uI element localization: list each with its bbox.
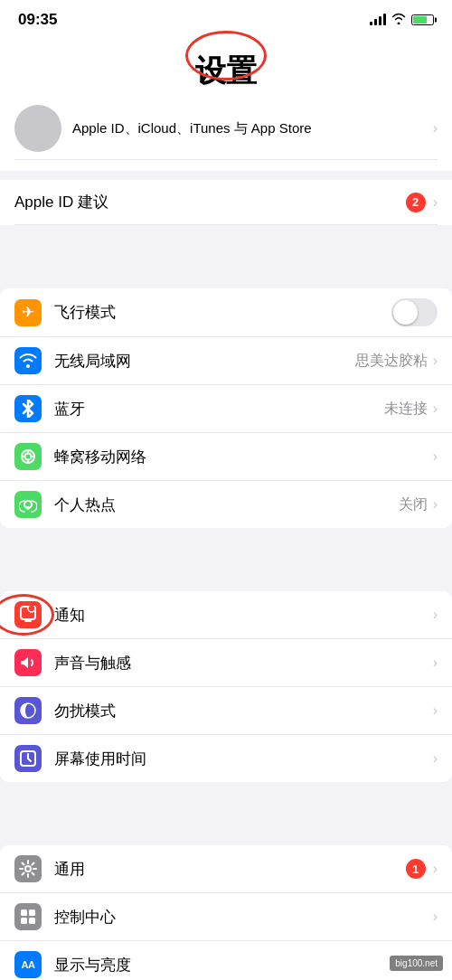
wifi-settings-icon [14, 347, 42, 374]
svg-point-6 [25, 866, 31, 872]
signal-icon [370, 14, 386, 25]
settings-group-general: 通用 1 › 控制中心 › AA 显示与亮度 › [0, 845, 452, 980]
settings-row-cellular[interactable]: 蜂窝移动网络 › [0, 433, 452, 481]
general-right: 1 › [406, 859, 438, 879]
cellular-label: 蜂窝移动网络 [54, 447, 433, 467]
screentime-icon [14, 745, 42, 772]
apple-id-text: Apple ID、iCloud、iTunes 与 App Store [72, 120, 422, 137]
suggestion-chevron: › [433, 194, 438, 211]
wifi-icon [391, 13, 406, 27]
notifications-icon [14, 601, 42, 628]
airplane-icon: ✈ [14, 299, 42, 326]
svg-point-4 [28, 606, 35, 612]
airplane-label: 飞行模式 [54, 302, 391, 323]
svg-rect-9 [21, 918, 27, 924]
page-title: 设置 [14, 47, 438, 98]
avatar [14, 105, 61, 152]
sounds-icon [14, 649, 42, 676]
header-area: 设置 Apple ID、iCloud、iTunes 与 App Store › [0, 40, 452, 171]
notifications-label: 通知 [54, 605, 433, 626]
settings-row-display[interactable]: AA 显示与亮度 › [0, 941, 452, 980]
display-icon: AA [14, 951, 42, 978]
wifi-chevron: › [433, 353, 438, 369]
display-label: 显示与亮度 [54, 955, 433, 975]
status-time: 09:35 [18, 11, 57, 29]
hotspot-label: 个人热点 [54, 495, 399, 515]
hotspot-icon [14, 491, 42, 518]
settings-row-hotspot[interactable]: 个人热点 关闭 › [0, 481, 452, 528]
cellular-chevron: › [433, 448, 438, 465]
group-separator-3 [0, 782, 452, 814]
sounds-chevron: › [433, 655, 438, 671]
sounds-label: 声音与触感 [54, 653, 433, 674]
settings-row-screentime[interactable]: 屏幕使用时间 › [0, 735, 452, 782]
suggestion-section: Apple ID 建议 2 › [0, 180, 452, 225]
general-label: 通用 [54, 859, 406, 880]
settings-row-controlcenter[interactable]: 控制中心 › [0, 893, 452, 941]
donotdisturb-chevron: › [433, 702, 438, 719]
airplane-toggle[interactable] [391, 298, 438, 326]
wifi-value: 思美达胶粘 [355, 352, 428, 371]
settings-row-sounds[interactable]: 声音与触感 › [0, 639, 452, 687]
status-bar: 09:35 [0, 0, 452, 40]
controlcenter-icon [14, 903, 42, 930]
controlcenter-chevron: › [433, 909, 438, 925]
settings-group-connectivity: ✈ 飞行模式 无线局域网 思美达胶粘 › 蓝牙 未连接 › [0, 288, 452, 528]
general-icon [14, 855, 42, 882]
svg-point-2 [26, 506, 30, 510]
group-separator-2 [0, 528, 452, 560]
bluetooth-label: 蓝牙 [54, 399, 384, 419]
screentime-chevron: › [433, 750, 438, 767]
suggestion-row[interactable]: Apple ID 建议 2 › [14, 180, 438, 225]
apple-id-chevron: › [433, 120, 438, 137]
watermark: big100.net [390, 956, 443, 971]
general-chevron: › [433, 861, 438, 877]
screentime-label: 屏幕使用时间 [54, 749, 433, 769]
settings-row-airplane[interactable]: ✈ 飞行模式 [0, 288, 452, 337]
svg-rect-8 [29, 909, 35, 916]
suggestion-right: 2 › [406, 193, 438, 212]
hotspot-chevron: › [433, 496, 438, 513]
notifications-chevron: › [433, 607, 438, 623]
settings-row-notifications[interactable]: 通知 › [0, 591, 452, 639]
wifi-label: 无线局域网 [54, 351, 355, 372]
bluetooth-chevron: › [433, 400, 438, 417]
group-separator-1 [0, 225, 452, 257]
status-icons [370, 13, 434, 27]
settings-row-bluetooth[interactable]: 蓝牙 未连接 › [0, 385, 452, 433]
svg-rect-7 [21, 909, 27, 916]
svg-rect-10 [29, 918, 35, 924]
donotdisturb-icon [14, 697, 42, 724]
settings-row-general[interactable]: 通用 1 › [0, 845, 452, 893]
hotspot-value: 关闭 [399, 495, 428, 514]
controlcenter-label: 控制中心 [54, 907, 433, 928]
settings-group-notifications: 通知 › 声音与触感 › 勿扰模式 › 屏幕使用时间 [0, 591, 452, 782]
settings-row-donotdisturb[interactable]: 勿扰模式 › [0, 687, 452, 735]
donotdisturb-label: 勿扰模式 [54, 701, 433, 721]
cellular-icon [14, 443, 42, 470]
apple-id-row[interactable]: Apple ID、iCloud、iTunes 与 App Store › [14, 98, 438, 160]
settings-row-wifi[interactable]: 无线局域网 思美达胶粘 › [0, 337, 452, 385]
bluetooth-value: 未连接 [384, 400, 428, 419]
suggestion-badge: 2 [406, 193, 426, 212]
bluetooth-icon [14, 395, 42, 422]
suggestion-label: Apple ID 建议 [14, 192, 108, 212]
general-badge: 1 [406, 859, 426, 879]
battery-icon [411, 14, 434, 25]
